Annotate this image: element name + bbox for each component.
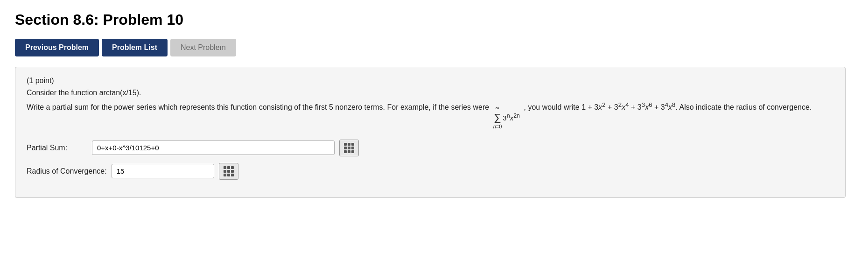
partial-sum-grid-button[interactable]: [339, 140, 359, 156]
partial-sum-input[interactable]: [92, 141, 335, 155]
problem-description: Consider the function arctan(x/15).: [27, 89, 834, 97]
instruction-text: Write a partial sum for the power series…: [27, 103, 489, 111]
grid-dot: [348, 150, 350, 153]
problem-instruction: Write a partial sum for the power series…: [27, 100, 834, 131]
grid-dot: [227, 170, 230, 173]
sigma-term: 3nx2n: [503, 111, 520, 124]
grid-dot: [344, 143, 347, 146]
grid-dot: [231, 174, 234, 176]
grid-dot: [351, 150, 354, 153]
radius-grid-button[interactable]: [219, 163, 238, 180]
grid-dot: [344, 147, 347, 149]
grid-dot: [351, 147, 354, 149]
grid-dot: [227, 174, 230, 176]
grid-icon-2: [224, 166, 234, 176]
problem-points: (1 point): [27, 77, 834, 85]
partial-sum-label: Partial Sum:: [27, 144, 87, 152]
grid-dot: [224, 166, 226, 169]
nav-buttons: Previous Problem Problem List Next Probl…: [15, 39, 853, 56]
grid-dot: [351, 143, 354, 146]
page-title: Section 8.6: Problem 10: [15, 11, 853, 28]
prev-problem-button[interactable]: Previous Problem: [15, 39, 99, 56]
grid-dot: [344, 150, 347, 153]
sigma-notation: ∞ ∑ n=0 3nx2n: [493, 104, 520, 131]
grid-dot: [348, 147, 350, 149]
grid-dot: [231, 166, 234, 169]
grid-dot: [224, 170, 226, 173]
problem-box: (1 point) Consider the function arctan(x…: [15, 67, 846, 198]
partial-sum-row: Partial Sum:: [27, 140, 834, 156]
radius-row: Radius of Convergence:: [27, 163, 834, 180]
next-problem-button[interactable]: Next Problem: [170, 39, 236, 56]
instruction-mid: , you would write 1 + 3x2 + 32x4 + 33x6 …: [524, 103, 812, 111]
grid-icon: [344, 143, 354, 153]
grid-dot: [231, 170, 234, 173]
grid-dot: [227, 166, 230, 169]
problem-list-button[interactable]: Problem List: [102, 39, 168, 56]
grid-dot: [348, 143, 350, 146]
grid-dot: [224, 174, 226, 176]
radius-input[interactable]: [112, 164, 214, 178]
radius-label: Radius of Convergence:: [27, 167, 107, 176]
sigma-lower: n=0: [493, 123, 502, 131]
sigma-glyph: ∑: [494, 112, 501, 123]
sigma-symbol-group: ∞ ∑ n=0: [493, 104, 502, 131]
